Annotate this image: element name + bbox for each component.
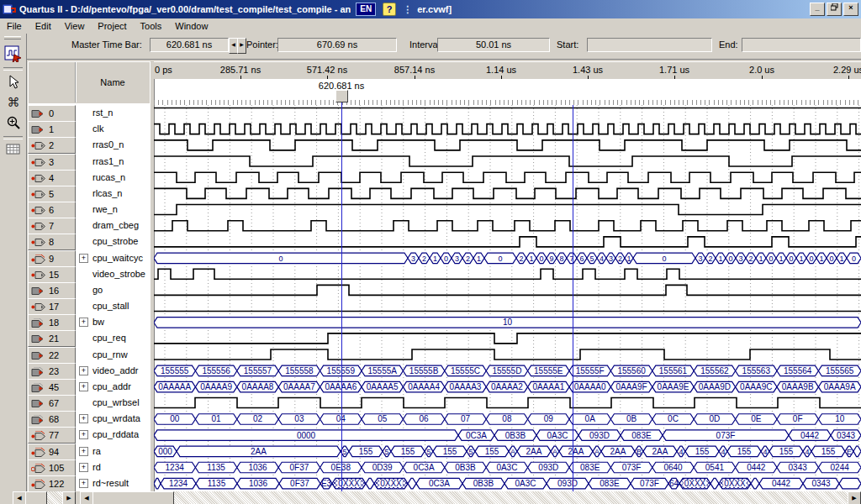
split-window-icon[interactable]: ⌘	[3, 92, 24, 113]
signal-name-cell[interactable]: dram_cbeg	[76, 218, 150, 234]
scroll-right-button[interactable]: ▶	[848, 491, 861, 504]
waveform-row-rras0_n[interactable]	[154, 140, 861, 150]
waveform-row-video_addr[interactable]: 15555515555615555715555815555915555A1555…	[154, 365, 861, 376]
scroll-left-button[interactable]: ◀	[80, 491, 93, 504]
master-time-cursor-line[interactable]	[341, 102, 342, 491]
scroll-right-button[interactable]: ▶	[62, 491, 76, 504]
waveform-row-ra[interactable]: 0002AA5155515551555155A2AAA2AAA2AAB2AA41…	[154, 446, 861, 457]
signal-name-cell[interactable]: +cpu_addr	[76, 379, 150, 395]
waveform-row-cpu_rnw[interactable]	[154, 349, 861, 360]
signal-name-cell[interactable]: rwe_n	[76, 202, 150, 218]
signal-id-cell[interactable]: 1	[28, 121, 76, 138]
waveform-row-cpu_wrdata[interactable]: 000102030405060708090A0B0C0D0E0F10	[154, 414, 861, 425]
expand-button[interactable]: +	[79, 382, 88, 391]
signal-id-cell[interactable]: 16	[28, 282, 76, 299]
selection-arrow-icon[interactable]	[3, 72, 24, 92]
waveform-row-cpu_rddata[interactable]: 00000C3A0B3B0A3C093D083E073F04420343	[154, 430, 861, 441]
signal-id-cell[interactable]: 21	[28, 330, 76, 347]
expand-button[interactable]: +	[79, 414, 88, 423]
scrollbar-thumb[interactable]	[92, 491, 174, 504]
signal-id-cell[interactable]: 7	[28, 218, 76, 234]
signal-name-cell[interactable]: +rd	[76, 459, 150, 475]
menu-project[interactable]: Project	[91, 19, 133, 33]
signal-name-cell[interactable]: +cpu_wrdata	[76, 411, 150, 427]
expand-button[interactable]: +	[79, 479, 88, 488]
expand-button[interactable]: +	[79, 447, 88, 456]
signal-name-cell[interactable]: cpu_strobe	[76, 234, 150, 249]
signal-id-cell[interactable]: 2	[28, 137, 76, 154]
signal-id-cell[interactable]: 23	[28, 363, 76, 380]
expand-button[interactable]: +	[79, 430, 88, 439]
master-time-cursor-handle[interactable]	[335, 90, 348, 102]
language-indicator[interactable]: EN	[356, 3, 376, 16]
zoom-icon[interactable]	[3, 113, 24, 133]
master-time-increment-button[interactable]: ▶	[237, 38, 246, 54]
grid-icon[interactable]	[3, 139, 24, 160]
signal-name-cell[interactable]: +ra	[76, 444, 150, 459]
time-ruler[interactable]: 0 ps285.71 ns571.42 ns857.14 ns1.14 us1.…	[154, 61, 861, 81]
expand-button[interactable]: +	[79, 463, 88, 472]
scrollbar-thumb[interactable]	[25, 491, 47, 504]
signal-id-cell[interactable]: 4	[28, 170, 76, 186]
signal-name-cell[interactable]: cpu_req	[76, 330, 150, 346]
waveform-row-dram_cbeg[interactable]	[154, 221, 861, 231]
signal-id-cell[interactable]: 105	[28, 459, 76, 476]
menu-edit[interactable]: Edit	[29, 19, 58, 33]
scroll-left-button[interactable]: ◀	[13, 491, 26, 504]
signal-id-cell[interactable]: 9	[28, 250, 76, 267]
signal-name-cell[interactable]: go	[76, 282, 150, 298]
docked-window-grip-icon[interactable]: ⋮	[403, 5, 412, 13]
master-time-bar-field[interactable]: 620.681 ns	[150, 38, 229, 52]
menu-tools[interactable]: Tools	[134, 19, 169, 33]
signal-name-cell[interactable]: +cpu_rddata	[76, 427, 150, 443]
waveform-row-cpu_addr[interactable]: 0AAAAA0AAAA90AAAA80AAAA70AAAA60AAAA50AAA…	[154, 381, 861, 392]
waveform-row-rlcas_n[interactable]	[154, 188, 861, 198]
expand-button[interactable]: +	[79, 254, 88, 263]
waveform-row-cpu_waitcyc[interactable]: 03210321021098765432103210321010101010	[154, 253, 861, 264]
title-bar[interactable]: Quartus II - D:/d/pentevo/fpga/_ver0.00/…	[0, 0, 861, 18]
signal-name-cell[interactable]: cpu_wrbsel	[76, 395, 150, 411]
signal-name-cell[interactable]: +video_addr	[76, 363, 150, 379]
expand-button[interactable]: +	[79, 366, 88, 375]
waveform-row-rd[interactable]: 1234113510360F370E380D390C3A0B3B0A3C093D…	[154, 462, 861, 473]
waveform-row-cpu_wrbsel[interactable]	[154, 398, 861, 408]
signal-id-cell[interactable]: 3	[28, 154, 76, 171]
signal-name-cell[interactable]: rlcas_n	[76, 186, 150, 202]
waveform-row-clk[interactable]	[154, 124, 861, 134]
signal-name-cell[interactable]: rucas_n	[76, 170, 150, 186]
signal-name-cell[interactable]: +bw	[76, 314, 150, 330]
minimize-button[interactable]: _	[810, 3, 825, 16]
waveform-row-cpu_strobe[interactable]	[154, 237, 861, 247]
signal-id-cell[interactable]: 8	[28, 234, 76, 250]
signal-name-cell[interactable]: +rd~result	[76, 475, 150, 491]
waveform-row-bw[interactable]: 10	[154, 318, 861, 328]
signal-id-cell[interactable]: 6	[28, 202, 76, 218]
signal-name-cell[interactable]: clk	[76, 121, 150, 137]
waveform-row-rd~result[interactable]: 1234113510360F37E30XXX0XXX0C3A0B3B0A3C09…	[154, 478, 861, 489]
name-panel-hscrollbar[interactable]: ◀ ▶	[13, 491, 76, 504]
close-button[interactable]: ×	[843, 3, 858, 16]
signal-id-cell[interactable]: 17	[28, 298, 76, 315]
signal-id-cell[interactable]: 45	[28, 379, 76, 396]
signal-id-cell[interactable]: 77	[28, 427, 76, 444]
menu-view[interactable]: View	[58, 19, 92, 33]
waveform-row-cpu_req[interactable]	[154, 333, 861, 344]
signal-id-cell[interactable]: 22	[28, 347, 76, 364]
waveform-editor-icon[interactable]	[3, 44, 24, 64]
signal-name-cell[interactable]: rras0_n	[76, 137, 150, 153]
signal-name-cell[interactable]: cpu_rnw	[76, 347, 150, 363]
signal-id-cell[interactable]: 0	[28, 105, 76, 122]
signal-id-cell[interactable]: 67	[28, 395, 76, 412]
waveform-row-rwe_n[interactable]	[154, 205, 861, 215]
signal-id-cell[interactable]: 18	[28, 314, 76, 331]
waveform-row-rras1_n[interactable]	[154, 156, 861, 166]
waveform-row-rucas_n[interactable]	[154, 172, 861, 182]
expand-button[interactable]: +	[79, 318, 88, 327]
signal-id-cell[interactable]: 68	[28, 411, 76, 428]
signal-name-cell[interactable]: video_strobe	[76, 266, 150, 282]
restore-button[interactable]	[827, 3, 842, 16]
signal-name-cell[interactable]: cpu_stall	[76, 298, 150, 314]
signal-id-cell[interactable]: 94	[28, 444, 76, 460]
signal-name-cell[interactable]: +cpu_waitcyc	[76, 250, 150, 266]
waveform-row-go[interactable]	[154, 285, 861, 295]
